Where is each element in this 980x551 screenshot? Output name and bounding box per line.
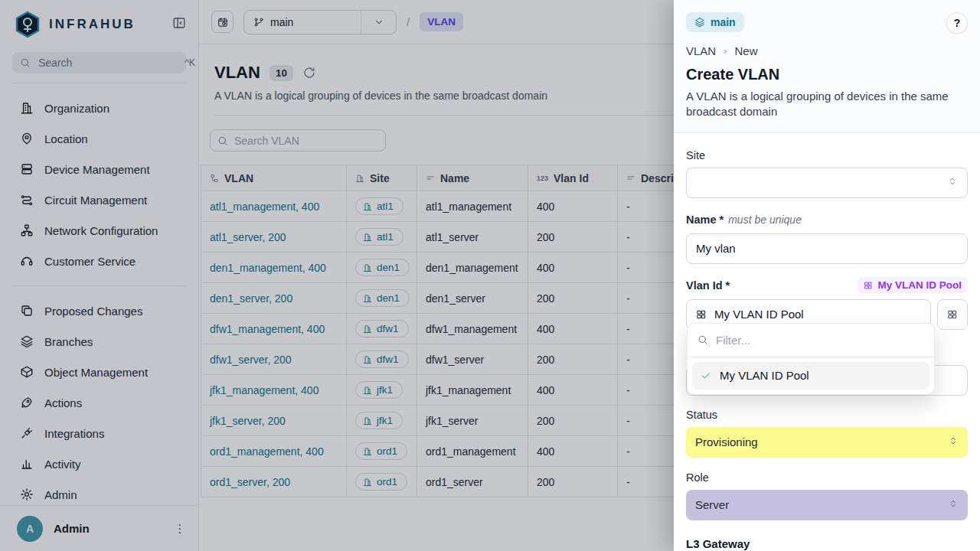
pool-badge: My VLAN ID Pool <box>858 277 968 293</box>
dropdown-option-selected[interactable]: My VLAN ID Pool <box>692 362 929 390</box>
role-label: Role <box>686 471 968 484</box>
modal-backdrop[interactable] <box>0 0 674 551</box>
grid-icon <box>696 309 707 320</box>
status-select[interactable]: Provisioning <box>686 427 968 458</box>
drawer-subtitle: A VLAN is a logical grouping of devices … <box>686 89 968 120</box>
drawer-title: Create VLAN <box>686 66 968 83</box>
dropdown-filter-input[interactable] <box>716 334 924 347</box>
help-button[interactable]: ? <box>946 12 968 34</box>
grid-icon <box>864 281 873 290</box>
chevrons-up-down-icon <box>948 498 959 511</box>
grid-icon <box>947 309 958 320</box>
pool-picker-button[interactable] <box>937 299 968 330</box>
role-select[interactable]: Server <box>686 490 968 520</box>
pool-dropdown: My VLAN ID Pool <box>687 323 935 395</box>
layers-icon <box>694 17 705 28</box>
vlan-id-value: My VLAN ID Pool <box>714 308 804 321</box>
create-vlan-drawer: main ? VLAN › New Create VLAN A VLAN is … <box>674 0 980 551</box>
site-select[interactable] <box>686 168 968 198</box>
breadcrumb-parent[interactable]: VLAN <box>686 44 716 57</box>
breadcrumb-separator: › <box>724 45 727 57</box>
name-label: Name *must be unique <box>686 214 802 226</box>
check-icon <box>701 370 711 381</box>
name-hint: must be unique <box>728 214 802 226</box>
status-value: Provisioning <box>695 435 758 448</box>
breadcrumb-current: New <box>735 44 758 57</box>
name-input[interactable] <box>696 242 958 255</box>
branch-chip: main <box>686 12 744 32</box>
drawer-breadcrumb: VLAN › New <box>686 44 968 57</box>
chevrons-up-down-icon <box>948 435 959 448</box>
create-vlan-form: Site Name *must be unique Vlan Id * My V… <box>674 133 980 551</box>
dropdown-filter[interactable] <box>688 324 934 357</box>
role-value: Server <box>695 498 729 511</box>
l3-gateway-section-title: L3 Gateway <box>686 537 968 550</box>
drawer-header: main ? VLAN › New Create VLAN A VLAN is … <box>674 0 980 133</box>
search-icon <box>697 334 708 345</box>
name-field[interactable] <box>686 233 968 264</box>
site-label: Site <box>686 149 968 161</box>
vlan-id-label: Vlan Id * <box>686 279 730 292</box>
status-label: Status <box>686 409 968 421</box>
chevrons-up-down-icon <box>947 176 958 189</box>
